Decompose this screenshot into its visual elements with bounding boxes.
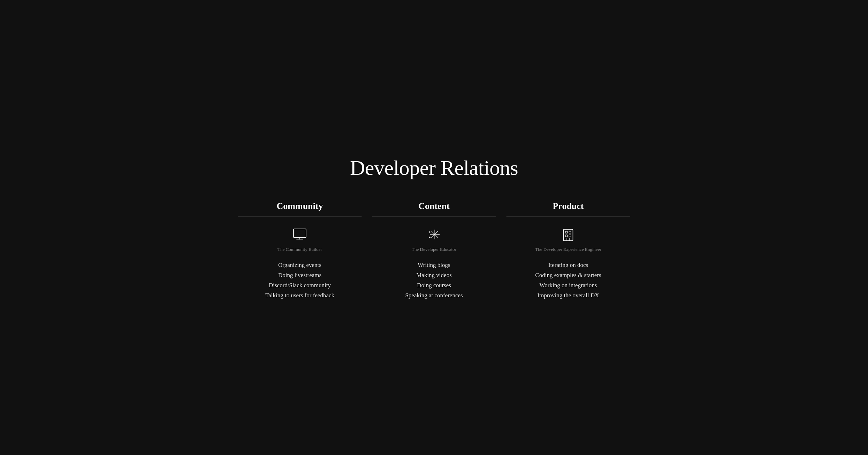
svg-rect-15: [569, 235, 571, 237]
content-divider: [372, 216, 496, 217]
community-items-list: Organizing events Doing livestreams Disc…: [265, 261, 334, 299]
svg-rect-0: [294, 229, 306, 238]
page-title: Developer Relations: [350, 156, 518, 180]
list-item: Iterating on docs: [535, 261, 601, 269]
list-item: Making videos: [405, 271, 463, 279]
building-icon: [561, 227, 576, 243]
product-items-list: Iterating on docs Coding examples & star…: [535, 261, 601, 299]
community-role: The Community Builder: [277, 247, 322, 252]
svg-rect-11: [564, 229, 573, 241]
community-column: Community The Community Builder Organizi…: [238, 201, 362, 299]
list-item: Organizing events: [265, 261, 334, 269]
list-item: Writing blogs: [405, 261, 463, 269]
product-role: The Developer Experience Engineer: [535, 247, 601, 252]
list-item: Doing courses: [405, 281, 463, 289]
community-divider: [238, 216, 362, 217]
svg-rect-13: [569, 231, 571, 233]
product-divider: [507, 216, 630, 217]
svg-rect-16: [567, 238, 570, 241]
page-container: Developer Relations Community The Commun…: [217, 114, 651, 341]
columns-container: Community The Community Builder Organizi…: [238, 201, 630, 299]
product-column-title: Product: [553, 201, 584, 211]
svg-rect-14: [565, 235, 568, 237]
list-item: Working on integrations: [535, 281, 601, 289]
monitor-icon: [292, 227, 308, 243]
list-item: Coding examples & starters: [535, 271, 601, 279]
product-column: Product The Developer Experience Enginee…: [507, 201, 630, 299]
content-column-title: Content: [418, 201, 450, 211]
svg-rect-12: [565, 231, 568, 233]
content-role: The Developer Educator: [412, 247, 456, 252]
sparkle-icon: [426, 227, 442, 243]
community-column-title: Community: [277, 201, 323, 211]
list-item: Discord/Slack community: [265, 281, 334, 289]
list-item: Improving the overall DX: [535, 291, 601, 299]
list-item: Talking to users for feedback: [265, 291, 334, 299]
content-column: Content The Developer Educator: [372, 201, 496, 299]
list-item: Doing livestreams: [265, 271, 334, 279]
list-item: Speaking at conferences: [405, 291, 463, 299]
content-items-list: Writing blogs Making videos Doing course…: [405, 261, 463, 299]
